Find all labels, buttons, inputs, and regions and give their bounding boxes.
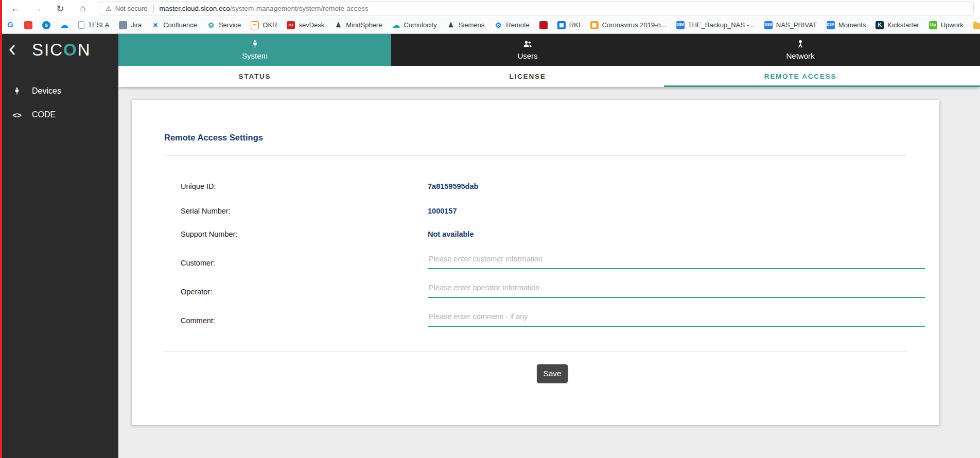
rki-icon: ▣	[557, 21, 566, 29]
confluence-icon: ✕	[151, 21, 160, 29]
bookmark-item[interactable]: DSM NAS_PRIVAT	[764, 21, 817, 29]
remote-gear-icon: ⚙	[494, 21, 502, 29]
plug-icon	[251, 40, 259, 50]
bookmark-item[interactable]: MAGAZINE	[973, 21, 980, 29]
bookmark-item[interactable]: ~ OKR	[251, 21, 277, 29]
divider	[164, 155, 907, 156]
field-label: Support Number:	[181, 228, 237, 240]
bookmark-item[interactable]: ▦ Coronavirus 2019-n...	[590, 21, 667, 29]
sidebar-item-code[interactable]: <> CODE	[0, 103, 118, 127]
address-bar[interactable]: ⚠ Not secure master.cloud.sicon.eco /sys…	[99, 2, 974, 15]
forward-icon: →	[31, 2, 44, 15]
sicon-logo: SICON	[32, 40, 91, 60]
bookmark-item[interactable]: Up Upwork	[929, 21, 964, 29]
operator-input[interactable]	[428, 281, 925, 298]
service-gear-icon: ⚙	[207, 21, 215, 29]
bookmark-item[interactable]: ♟ Siemens	[447, 21, 485, 29]
bookmark-item[interactable]: ☁	[60, 21, 68, 29]
bookmark-item[interactable]: G	[6, 21, 14, 29]
bookmark-label: OKR	[262, 21, 277, 29]
field-row-operator: Operator:	[132, 286, 939, 298]
red-app-icon	[24, 21, 32, 29]
cumulocity-cloud-icon: ☁	[392, 21, 400, 29]
sidebar: SICON Devices <> CODE	[0, 34, 118, 458]
divider	[164, 351, 907, 352]
settings-card: Remote Access Settings Unique ID: 7a8159…	[132, 100, 939, 425]
warning-icon: ⚠	[106, 5, 112, 12]
refresh-icon[interactable]: ↻	[54, 2, 67, 15]
field-row-comment: Comment:	[132, 314, 939, 327]
tab-label: Network	[786, 51, 814, 60]
save-button[interactable]: Save	[537, 364, 568, 383]
bookmarks-bar: G s ☁ TESLA Jira ✕ Confluence	[0, 17, 980, 34]
bookmark-item[interactable]: s	[42, 21, 50, 29]
home-icon[interactable]: ⌂	[76, 2, 90, 15]
bookmark-item[interactable]: ⚙ Remote	[494, 21, 530, 29]
subtab-remote-access[interactable]: REMOTE ACCESS	[664, 66, 937, 87]
bookmark-item[interactable]: ✕ Confluence	[151, 21, 197, 29]
field-label: Unique ID:	[181, 180, 216, 192]
bookmark-item[interactable]: TESLA	[78, 21, 109, 29]
bookmark-label: Cumulocity	[404, 21, 436, 29]
subtab-status[interactable]: STATUS	[118, 66, 391, 87]
bookmark-label: Siemens	[459, 21, 485, 29]
field-row-serial-number: Serial Number: 1000157	[132, 205, 939, 217]
bookmark-label: Jira	[131, 21, 142, 29]
screen: ← → ↻ ⌂ ⚠ Not secure master.cloud.sicon.…	[0, 0, 980, 458]
bookmark-item[interactable]: ılı sevDesk	[287, 21, 324, 29]
tab-network[interactable]: Network	[664, 34, 937, 66]
bookmark-item[interactable]: K Kickstarter	[876, 21, 919, 29]
tab-users[interactable]: Users	[391, 34, 664, 66]
sidebar-header: SICON	[0, 34, 118, 66]
bookmark-item[interactable]: DSM Moments	[827, 21, 866, 29]
main-nav: System Users Network	[118, 34, 980, 66]
field-row-support-number: Support Number: Not available	[132, 228, 939, 240]
bookmark-item[interactable]: ♟ MindSphere	[334, 21, 382, 29]
bookmark-item[interactable]: DSM THE_Backup_NAS -...	[676, 21, 755, 29]
field-row-unique-id: Unique ID: 7a8159595dab	[132, 180, 939, 192]
okr-icon: ~	[251, 21, 259, 29]
tab-system[interactable]: System	[118, 34, 391, 66]
back-icon[interactable]: ←	[8, 2, 22, 15]
field-label: Serial Number:	[181, 205, 231, 217]
network-icon	[796, 40, 805, 50]
bookmark-label: Remote	[506, 21, 530, 29]
red-ribbon-icon	[539, 21, 548, 29]
not-secure-label[interactable]: Not secure	[115, 5, 148, 12]
plug-icon	[10, 87, 24, 95]
bookmark-label: NAS_PRIVAT	[776, 21, 817, 29]
bookmark-item[interactable]: ☁ Cumulocity	[392, 21, 436, 29]
bookmark-label: Coronavirus 2019-n...	[602, 21, 667, 29]
collapse-sidebar-icon[interactable]	[8, 45, 20, 55]
bookmark-label: TESLA	[88, 21, 109, 29]
field-label: Customer:	[181, 257, 215, 269]
tab-label: System	[242, 51, 268, 60]
bookmark-item[interactable]	[24, 21, 32, 29]
bookmark-label: Kickstarter	[887, 21, 919, 29]
bookmark-item[interactable]	[539, 21, 548, 29]
upwork-icon: Up	[929, 21, 937, 29]
bookmark-label: Upwork	[941, 21, 964, 29]
comment-input[interactable]	[428, 310, 925, 327]
field-row-customer: Customer:	[132, 257, 939, 269]
tab-label: Users	[517, 51, 537, 60]
subtab-license[interactable]: LICENSE	[391, 66, 664, 87]
bookmark-label: THE_Backup_NAS -...	[688, 21, 755, 29]
field-value: Not available	[428, 228, 474, 240]
url-domain: master.cloud.sicon.eco	[160, 5, 230, 12]
sidebar-item-devices[interactable]: Devices	[0, 79, 118, 103]
content-area: Remote Access Settings Unique ID: 7a8159…	[118, 87, 980, 458]
bookmark-label: RKI	[569, 21, 581, 29]
code-icon: <>	[10, 111, 24, 119]
field-label: Operator:	[181, 286, 212, 298]
customer-input[interactable]	[428, 253, 925, 269]
bookmark-item[interactable]: Jira	[119, 21, 142, 29]
bookmark-item[interactable]: ⚙ Service	[207, 21, 241, 29]
url-path: /system-management/system/remote-access	[230, 5, 369, 12]
bookmark-label: Service	[219, 21, 241, 29]
bookmark-label: sevDesk	[299, 21, 324, 29]
folder-icon	[973, 23, 980, 29]
bookmark-item[interactable]: ▣ RKI	[557, 21, 581, 29]
coronavirus-icon: ▦	[590, 21, 599, 29]
sidebar-menu: Devices <> CODE	[0, 79, 118, 127]
